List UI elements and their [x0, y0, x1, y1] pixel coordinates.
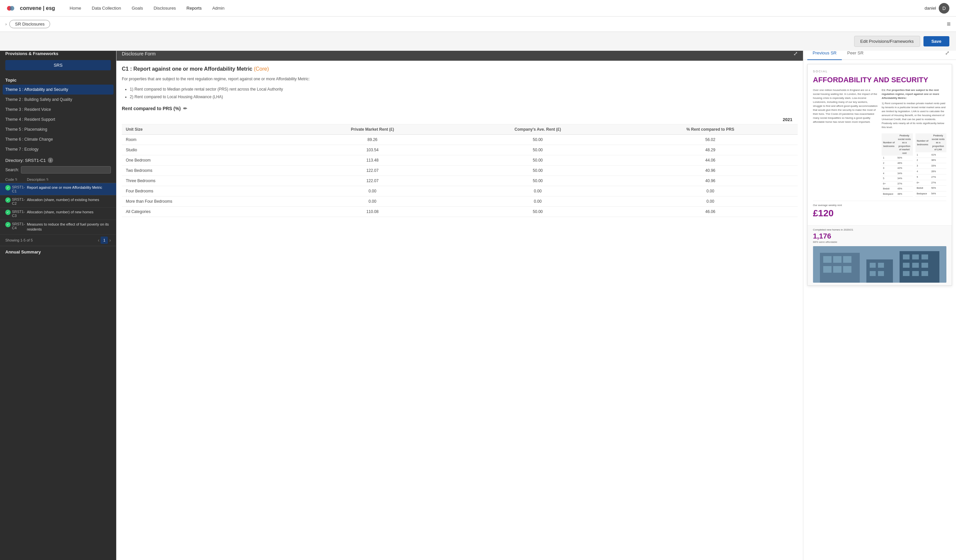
row-check: ✓	[5, 222, 12, 227]
directory-label: Directory: SRST1-C1	[5, 158, 46, 163]
desc-sort-icon[interactable]: ⇅	[46, 178, 49, 181]
pagination-label: Showing 1-5 of 5	[5, 238, 33, 242]
sr-table-cell: 34%	[896, 171, 913, 176]
directory-row[interactable]: ✓ SRST1-C4 Measures to reduce the effect…	[0, 220, 116, 235]
logo-icon	[7, 3, 17, 14]
sr-table-cell: 41%	[930, 152, 947, 158]
sr-table1: Number of bedroomsPeabody social rents a…	[882, 133, 913, 197]
directory-row[interactable]: ✓ SRST1-C3 Allocation (share, number) of…	[0, 208, 116, 220]
breadcrumb[interactable]: SR Disclosures	[9, 20, 50, 28]
search-input[interactable]	[21, 166, 111, 174]
nav-item-goals[interactable]: Goals	[127, 4, 148, 13]
svg-rect-19	[903, 263, 910, 268]
table-cell: All Categories	[122, 206, 292, 216]
sr-table-cell: 48%	[896, 191, 913, 197]
expand-icon[interactable]: ⤢	[793, 50, 798, 57]
section-label: Rent compared to PRS (%) ✏	[122, 106, 798, 111]
table-cell: Four Bedrooms	[122, 186, 292, 196]
row-check: ✓	[5, 185, 12, 190]
chevron-right-icon[interactable]: ›	[5, 22, 7, 27]
year-label: 2021	[783, 117, 792, 122]
directory-search: Search:	[0, 165, 116, 176]
check-circle-icon: ✓	[5, 185, 11, 190]
table-cell: 89.26	[292, 134, 453, 145]
row-description: Allocation (share, number) of new homes	[27, 210, 111, 215]
sr-table-cell: Bedsit	[882, 187, 896, 192]
check-circle-icon: ✓	[5, 198, 11, 203]
navbar: convene | esg HomeData CollectionGoalsDi…	[0, 0, 956, 17]
middle-panel: Disclosure Form ⤢ C1 : Report against on…	[116, 46, 803, 560]
sr-table-cell: 6+	[915, 180, 930, 185]
avatar: D	[939, 3, 949, 14]
sr-table-cell: 5	[915, 174, 930, 180]
sr-table-row: 141%	[915, 152, 947, 158]
directory-row[interactable]: ✓ SRST1-C2 Allocation (share, number) of…	[0, 195, 116, 208]
directory-header: Directory: SRST1-C1 i	[0, 154, 116, 165]
sr-table-header: Peabody social rents as a proportion of …	[896, 133, 913, 155]
nav-item-data-collection[interactable]: Data Collection	[87, 4, 126, 13]
next-page-button[interactable]: ›	[109, 237, 111, 243]
building-svg	[813, 246, 947, 283]
svg-rect-7	[823, 266, 832, 273]
table-header: Company's Ave. Rent (£)	[453, 124, 623, 135]
svg-rect-6	[843, 256, 851, 263]
table-row: More than Four Bedrooms0.000.000.00	[122, 196, 798, 206]
table-cell: 0.00	[453, 186, 623, 196]
framework-button[interactable]: SRS	[5, 60, 111, 71]
row-check: ✓	[5, 198, 12, 203]
main-layout: Provisions & Frameworks SRS Topic Theme …	[0, 46, 956, 560]
logo[interactable]: convene | esg	[7, 3, 55, 14]
topic-item[interactable]: Theme 1 : Affordability and Security	[3, 85, 113, 94]
sr-table-row: 333%	[915, 163, 947, 169]
prev-page-button[interactable]: ‹	[98, 237, 99, 243]
sr-table-cell: 38%	[930, 158, 947, 163]
topic-item[interactable]: Theme 3 : Resident Voice	[0, 105, 116, 115]
row-check: ✓	[5, 210, 12, 215]
edit-provisions-button[interactable]: Edit Provisions/Frameworks	[854, 36, 920, 47]
directory-row[interactable]: ✓ SRST1-C1 Report against one or more Af…	[0, 183, 116, 195]
svg-rect-16	[903, 254, 910, 259]
topic-item[interactable]: Theme 7 : Ecology	[0, 144, 116, 154]
nav-item-admin[interactable]: Admin	[208, 4, 229, 13]
nav-item-disclosures[interactable]: Disclosures	[149, 4, 181, 13]
check-circle-icon: ✓	[5, 222, 11, 227]
table-cell: 122.07	[292, 165, 453, 176]
disclosure-content: C1 : Report against one or more Affordab…	[116, 61, 803, 222]
nav-item-home[interactable]: Home	[65, 4, 86, 13]
sr-footer-label: 88% were affordable	[813, 240, 947, 243]
svg-rect-22	[903, 271, 910, 276]
year-row: 2021	[122, 115, 798, 124]
data-table-body: Room89.2650.0056.02Studio103.5450.0048.2…	[122, 134, 798, 216]
table-cell: 56.02	[623, 134, 798, 145]
topic-item[interactable]: Theme 5 : Placemaking	[0, 124, 116, 134]
user-profile[interactable]: daniel D	[925, 3, 949, 14]
topic-item[interactable]: Theme 6 : Climate Change	[0, 134, 116, 144]
nav-item-reports[interactable]: Reports	[182, 4, 206, 13]
list-item: 1) Rent compared to Median private renta…	[130, 86, 798, 93]
current-page[interactable]: 1	[101, 237, 108, 244]
code-sort-icon[interactable]: ⇅	[15, 178, 17, 181]
hamburger-icon[interactable]: ≡	[947, 20, 951, 28]
row-code: SRST1-C4	[12, 222, 27, 230]
svg-rect-18	[921, 254, 928, 259]
table-row: One Bedroom113.4850.0044.06	[122, 155, 798, 165]
info-icon[interactable]: i	[48, 158, 53, 163]
table-cell: 50.00	[453, 165, 623, 176]
table-cell: Room	[122, 134, 292, 145]
topic-item[interactable]: Theme 4 : Resident Support	[0, 115, 116, 124]
table-cell: 113.48	[292, 155, 453, 165]
row-description: Allocation (share, number) of existing h…	[27, 198, 111, 202]
save-button[interactable]: Save	[923, 36, 949, 46]
sr-table-cell: 34%	[896, 176, 913, 182]
desc-col-header: Description	[27, 177, 45, 182]
sr-bottom-section: Completed new homes in 2020/21 1,176 88%…	[808, 225, 952, 285]
edit-pencil-icon[interactable]: ✏	[183, 106, 187, 111]
table-cell: 110.08	[292, 206, 453, 216]
topic-item[interactable]: Theme 2 : Building Safety and Quality	[0, 94, 116, 105]
sr-table-cell: Bedspace	[915, 191, 930, 197]
table-row: Four Bedrooms0.000.000.00	[122, 186, 798, 196]
check-circle-icon: ✓	[5, 210, 11, 215]
sr-table-cell: 1	[882, 155, 896, 161]
sr-table-cell: 45%	[896, 187, 913, 192]
table-cell: 122.07	[292, 176, 453, 186]
